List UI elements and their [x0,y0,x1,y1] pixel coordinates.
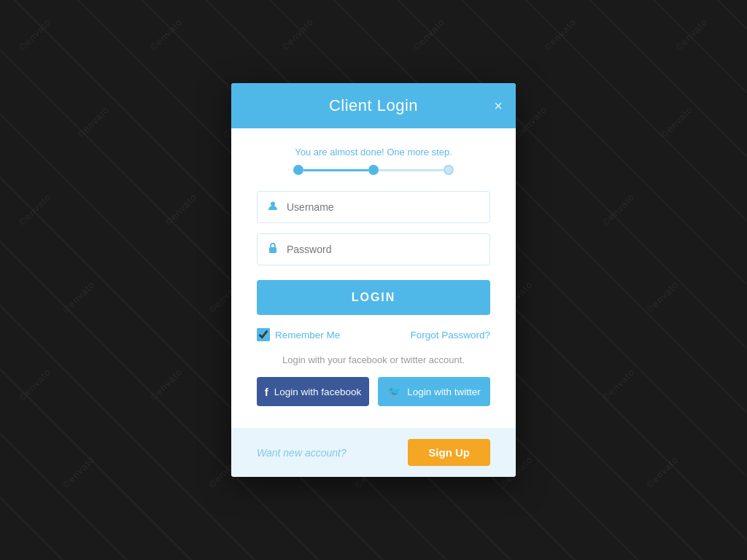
progress-line-2 [379,169,444,171]
modal-body: You are almost done! One more step. [231,128,516,428]
progress-dot-2 [368,165,379,175]
signup-button[interactable]: Sign Up [408,439,490,466]
social-description: Login with your facebook or twitter acco… [257,354,490,365]
remember-label[interactable]: Remember Me [257,328,340,341]
progress-dot-1 [293,165,303,175]
form-options: Remember Me Forgot Password? [257,328,490,341]
password-input[interactable] [257,233,490,265]
facebook-label: Login with facebook [274,386,361,397]
progress-dot-3 [444,165,454,175]
watermark: ©envato [673,17,710,53]
login-button[interactable]: LOGIN [257,280,490,315]
watermark: ©envato [644,279,681,316]
watermark: ©envato [600,192,637,228]
password-group [257,233,490,265]
social-buttons: f Login with facebook 🐦 Login with twitt… [257,377,490,406]
watermark: ©envato [17,17,53,53]
watermark: ©envato [542,17,578,53]
watermark: ©envato [279,17,316,53]
lock-icon [267,242,279,257]
modal-header: Client Login × [231,83,516,128]
forgot-password-link[interactable]: Forgot Password? [410,330,490,341]
watermark: ©envato [61,454,97,491]
watermark: ©envato [513,104,549,141]
facebook-icon: f [265,386,268,398]
user-icon [267,200,279,214]
watermark: ©envato [163,192,199,228]
remember-text: Remember Me [275,330,340,341]
remember-checkbox[interactable] [257,328,270,341]
watermark: ©envato [148,17,185,53]
login-modal: Client Login × You are almost done! One … [231,83,516,477]
progress-line-1 [303,169,368,171]
watermark: ©envato [148,367,185,403]
watermark: ©envato [61,279,97,316]
progress-section: You are almost done! One more step. [257,147,490,175]
watermark: ©envato [411,17,447,53]
progress-label: You are almost done! One more step. [257,147,490,158]
watermark: ©envato [644,454,681,491]
username-group [257,191,490,223]
facebook-login-button[interactable]: f Login with facebook [257,377,369,406]
twitter-login-button[interactable]: 🐦 Login with twitter [378,377,490,406]
username-input[interactable] [257,191,490,223]
modal-footer: Want new account? Sign Up [231,428,516,477]
footer-text: Want new account? [257,447,347,459]
watermark: ©envato [17,192,53,228]
watermark: ©envato [75,104,112,141]
close-button[interactable]: × [494,98,503,113]
twitter-icon: 🐦 [387,385,401,398]
watermark: ©envato [17,367,53,403]
watermark: ©envato [600,367,637,403]
svg-point-2 [272,249,274,251]
twitter-label: Login with twitter [407,386,481,397]
modal-title: Client Login [329,96,418,115]
svg-point-0 [271,202,275,206]
watermark: ©envato [659,104,695,141]
